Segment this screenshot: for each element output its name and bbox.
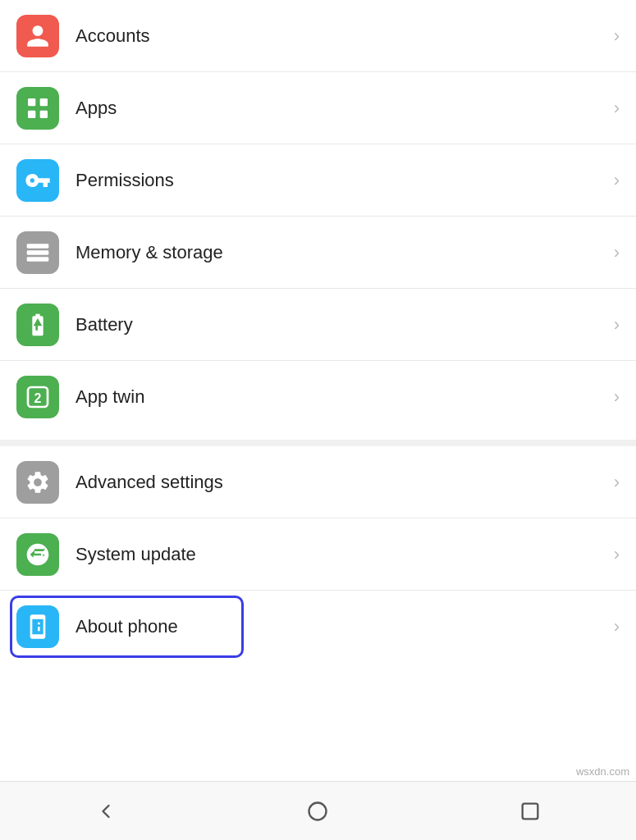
permissions-icon [16, 159, 59, 202]
battery-label: Battery [75, 314, 614, 336]
settings-item-advanced-settings[interactable]: Advanced settings › [0, 446, 636, 518]
back-button[interactable] [81, 787, 130, 836]
system-update-chevron: › [614, 544, 620, 565]
svg-rect-11 [522, 803, 538, 819]
advanced-settings-label: Advanced settings [75, 472, 614, 493]
svg-rect-3 [40, 110, 48, 117]
battery-icon [16, 304, 59, 346]
system-update-label: System update [75, 544, 614, 565]
permissions-chevron: › [614, 170, 620, 191]
settings-list: Accounts › Apps › Permissions › Memory &… [0, 0, 636, 781]
apps-label: Apps [75, 98, 614, 119]
system-update-icon [16, 533, 59, 576]
home-button[interactable] [293, 787, 342, 836]
settings-item-system-update[interactable]: System update › [0, 518, 636, 591]
settings-item-permissions[interactable]: Permissions › [0, 144, 636, 217]
about-phone-label: About phone [75, 616, 614, 637]
home-icon [306, 800, 329, 823]
settings-item-about-phone[interactable]: About phone › [0, 591, 636, 663]
svg-rect-1 [40, 98, 48, 106]
app-twin-icon: 2 [16, 376, 59, 418]
watermark: wsxdn.com [576, 765, 629, 778]
advanced-settings-chevron: › [614, 472, 620, 493]
apps-chevron: › [614, 98, 620, 119]
svg-point-10 [309, 802, 327, 819]
settings-item-accounts[interactable]: Accounts › [0, 0, 636, 72]
recents-icon [519, 800, 542, 823]
permissions-label: Permissions [75, 170, 614, 191]
recents-button[interactable] [506, 787, 555, 836]
memory-storage-icon [16, 231, 59, 274]
about-phone-icon [16, 605, 59, 648]
apps-icon [16, 87, 59, 130]
settings-item-memory-storage[interactable]: Memory & storage › [0, 217, 636, 289]
svg-rect-2 [28, 110, 35, 117]
svg-rect-4 [27, 244, 49, 248]
settings-item-battery[interactable]: Battery › [0, 289, 636, 361]
svg-rect-5 [27, 250, 49, 254]
app-twin-label: App twin [75, 386, 614, 408]
accounts-icon [16, 15, 59, 57]
battery-chevron: › [614, 314, 620, 336]
memory-storage-label: Memory & storage [75, 242, 614, 263]
settings-group-1: Accounts › Apps › Permissions › Memory &… [0, 0, 636, 433]
svg-rect-6 [27, 257, 49, 261]
accounts-label: Accounts [75, 25, 614, 47]
advanced-settings-icon [16, 461, 59, 504]
svg-rect-0 [28, 98, 35, 106]
settings-item-apps[interactable]: Apps › [0, 72, 636, 144]
memory-storage-chevron: › [614, 242, 620, 263]
svg-text:2: 2 [34, 391, 42, 405]
about-phone-chevron: › [614, 616, 620, 637]
app-twin-chevron: › [614, 386, 620, 408]
group-divider [0, 440, 636, 446]
nav-bar [0, 781, 636, 840]
settings-group-2: Advanced settings › System update › Abou… [0, 446, 636, 663]
accounts-chevron: › [614, 25, 620, 47]
settings-item-app-twin[interactable]: 2 App twin › [0, 361, 636, 433]
back-icon [94, 800, 117, 823]
